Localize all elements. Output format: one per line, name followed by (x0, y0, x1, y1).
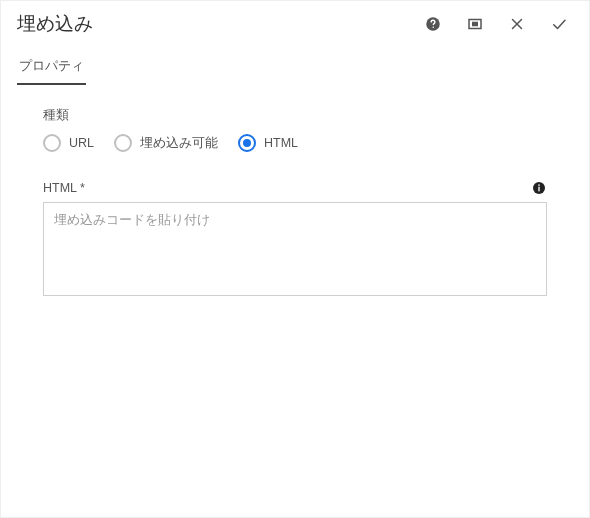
radio-html[interactable] (238, 134, 256, 152)
close-icon[interactable] (507, 14, 527, 34)
radio-html-label: HTML (264, 136, 298, 150)
tab-properties[interactable]: プロパティ (17, 51, 86, 85)
panel-title: 埋め込み (17, 11, 423, 37)
header-actions (423, 14, 569, 34)
fullscreen-icon[interactable] (465, 14, 485, 34)
svg-rect-8 (538, 187, 539, 192)
html-field-header: HTML * (43, 180, 547, 196)
radio-embeddable[interactable] (114, 134, 132, 152)
panel-header: 埋め込み (1, 1, 589, 45)
tab-bar: プロパティ (1, 51, 589, 85)
html-field-label: HTML * (43, 181, 85, 195)
svg-point-7 (538, 184, 540, 186)
svg-point-1 (432, 26, 434, 28)
type-label: 種類 (43, 107, 547, 124)
html-input[interactable] (43, 202, 547, 296)
radio-url[interactable] (43, 134, 61, 152)
radio-embeddable-label: 埋め込み可能 (140, 135, 218, 152)
radio-url-label: URL (69, 136, 94, 150)
help-icon[interactable] (423, 14, 443, 34)
info-icon[interactable] (531, 180, 547, 196)
type-radio-group: URL 埋め込み可能 HTML (43, 134, 547, 152)
panel-body: 種類 URL 埋め込み可能 HTML HTML * (1, 85, 589, 300)
confirm-icon[interactable] (549, 14, 569, 34)
svg-rect-3 (472, 22, 478, 27)
embed-panel: 埋め込み (0, 0, 590, 518)
